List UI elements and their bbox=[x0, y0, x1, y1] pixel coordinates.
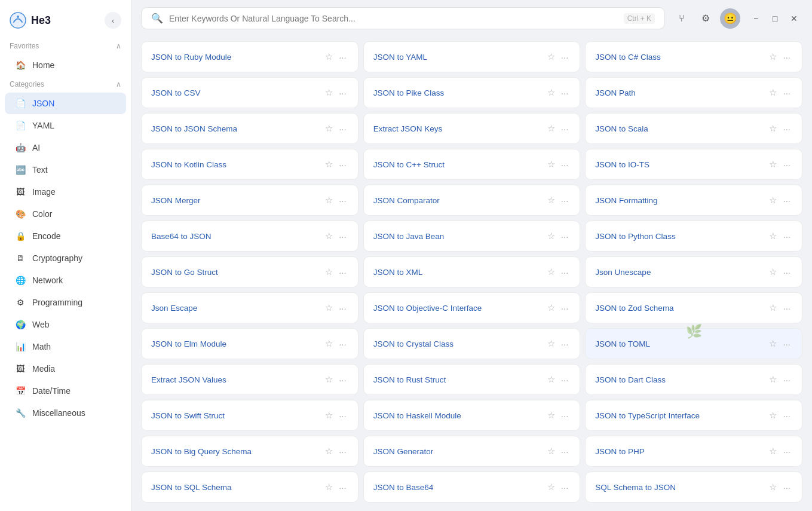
tool-card[interactable]: SQL Schema to JSON ☆ ··· bbox=[585, 472, 802, 503]
more-button[interactable]: ··· bbox=[781, 445, 792, 458]
star-button[interactable]: ☆ bbox=[546, 265, 557, 279]
star-button[interactable]: ☆ bbox=[546, 481, 557, 494]
close-button[interactable]: ✕ bbox=[786, 10, 802, 27]
more-button[interactable]: ··· bbox=[337, 194, 348, 207]
more-button[interactable]: ··· bbox=[559, 266, 571, 279]
star-button[interactable]: ☆ bbox=[767, 194, 779, 207]
tool-card[interactable]: Extract JSON Keys ☆ ··· bbox=[363, 113, 581, 144]
tool-card[interactable]: JSON to Kotlin Class ☆ ··· bbox=[141, 149, 358, 180]
tool-card[interactable]: JSON to Scala ☆ ··· bbox=[585, 113, 802, 144]
more-button[interactable]: ··· bbox=[337, 123, 348, 135]
search-input[interactable] bbox=[169, 14, 618, 23]
more-button[interactable]: ··· bbox=[781, 302, 792, 314]
sidebar-item-cryptography[interactable]: 🖥 Cryptography bbox=[5, 247, 126, 269]
favorites-chevron[interactable]: ∧ bbox=[116, 42, 121, 50]
star-button[interactable]: ☆ bbox=[323, 481, 335, 494]
more-button[interactable]: ··· bbox=[337, 230, 348, 243]
tool-card[interactable]: JSON to CSV ☆ ··· bbox=[141, 77, 358, 108]
star-button[interactable]: ☆ bbox=[767, 230, 779, 243]
tool-card[interactable]: JSON to Rust Struct ☆ ··· bbox=[363, 364, 581, 395]
tool-card[interactable]: JSON to Zod Schema ☆ ··· bbox=[585, 292, 802, 323]
more-button[interactable]: ··· bbox=[337, 266, 348, 279]
tool-card[interactable]: JSON to TOML ☆ ··· 🌿 bbox=[585, 328, 802, 359]
star-button[interactable]: ☆ bbox=[767, 265, 779, 279]
back-button[interactable]: ‹ bbox=[105, 12, 121, 29]
sidebar-item-media[interactable]: 🖼 Media bbox=[5, 358, 126, 380]
star-button[interactable]: ☆ bbox=[546, 409, 557, 422]
sidebar-item-color[interactable]: 🎨 Color bbox=[5, 203, 126, 225]
tool-card[interactable]: JSON to Swift Struct ☆ ··· bbox=[141, 400, 358, 431]
sidebar-item-yaml[interactable]: 📄 YAML bbox=[5, 115, 126, 136]
minimize-button[interactable]: − bbox=[747, 10, 764, 27]
star-button[interactable]: ☆ bbox=[323, 86, 335, 99]
tool-card[interactable]: JSON to YAML ☆ ··· bbox=[363, 41, 581, 72]
star-button[interactable]: ☆ bbox=[546, 122, 557, 135]
star-button[interactable]: ☆ bbox=[767, 445, 779, 458]
star-button[interactable]: ☆ bbox=[546, 86, 557, 99]
star-button[interactable]: ☆ bbox=[323, 445, 335, 458]
avatar[interactable]: 😐 bbox=[720, 8, 740, 29]
star-button[interactable]: ☆ bbox=[323, 337, 335, 350]
more-button[interactable]: ··· bbox=[559, 158, 571, 171]
star-button[interactable]: ☆ bbox=[767, 122, 779, 135]
star-button[interactable]: ☆ bbox=[546, 194, 557, 207]
tool-card[interactable]: JSON to JSON Schema ☆ ··· bbox=[141, 113, 358, 144]
more-button[interactable]: ··· bbox=[559, 87, 571, 99]
star-button[interactable]: ☆ bbox=[767, 86, 779, 99]
more-button[interactable]: ··· bbox=[559, 338, 571, 350]
star-button[interactable]: ☆ bbox=[767, 409, 779, 422]
star-button[interactable]: ☆ bbox=[546, 301, 557, 314]
more-button[interactable]: ··· bbox=[559, 194, 571, 207]
star-button[interactable]: ☆ bbox=[323, 230, 335, 243]
tool-card[interactable]: JSON Merger ☆ ··· bbox=[141, 185, 358, 216]
sidebar-item-home[interactable]: 🏠 Home bbox=[5, 54, 126, 76]
star-button[interactable]: ☆ bbox=[767, 481, 779, 494]
more-button[interactable]: ··· bbox=[781, 266, 792, 279]
sidebar-item-image[interactable]: 🖼 Image bbox=[5, 181, 126, 203]
more-button[interactable]: ··· bbox=[781, 374, 792, 386]
settings-button[interactable]: ⚙ bbox=[696, 9, 715, 28]
tool-card[interactable]: JSON to Objective-C Interface ☆ ··· bbox=[363, 292, 581, 323]
star-button[interactable]: ☆ bbox=[767, 158, 779, 171]
star-button[interactable]: ☆ bbox=[546, 337, 557, 350]
star-button[interactable]: ☆ bbox=[767, 337, 779, 350]
more-button[interactable]: ··· bbox=[559, 302, 571, 314]
more-button[interactable]: ··· bbox=[781, 51, 792, 63]
more-button[interactable]: ··· bbox=[337, 51, 348, 63]
more-button[interactable]: ··· bbox=[559, 123, 571, 135]
more-button[interactable]: ··· bbox=[337, 302, 348, 314]
star-button[interactable]: ☆ bbox=[546, 230, 557, 243]
tool-card[interactable]: Json Unescape ☆ ··· bbox=[585, 256, 802, 287]
sidebar-item-encode[interactable]: 🔒 Encode bbox=[5, 225, 126, 247]
star-button[interactable]: ☆ bbox=[323, 158, 335, 171]
tool-card[interactable]: JSON to XML ☆ ··· bbox=[363, 256, 581, 287]
tool-card[interactable]: JSON to Python Class ☆ ··· bbox=[585, 221, 802, 252]
tool-card[interactable]: JSON Comparator ☆ ··· bbox=[363, 185, 581, 216]
tool-card[interactable]: JSON to Elm Module ☆ ··· bbox=[141, 328, 358, 359]
tool-card[interactable]: Json Escape ☆ ··· bbox=[141, 292, 358, 323]
tool-card[interactable]: JSON to Ruby Module ☆ ··· bbox=[141, 41, 358, 72]
sidebar-item-network[interactable]: 🌐 Network bbox=[5, 270, 126, 291]
tool-card[interactable]: JSON to SQL Schema ☆ ··· bbox=[141, 472, 358, 503]
star-button[interactable]: ☆ bbox=[323, 301, 335, 314]
star-button[interactable]: ☆ bbox=[546, 158, 557, 171]
more-button[interactable]: ··· bbox=[781, 409, 792, 422]
more-button[interactable]: ··· bbox=[559, 230, 571, 243]
more-button[interactable]: ··· bbox=[781, 230, 792, 243]
tool-card[interactable]: JSON to Base64 ☆ ··· bbox=[363, 472, 581, 503]
tool-card[interactable]: JSON to Big Query Schema ☆ ··· bbox=[141, 436, 358, 467]
more-button[interactable]: ··· bbox=[337, 374, 348, 386]
more-button[interactable]: ··· bbox=[337, 158, 348, 171]
star-button[interactable]: ☆ bbox=[767, 373, 779, 386]
tool-card[interactable]: JSON to Crystal Class ☆ ··· bbox=[363, 328, 581, 359]
categories-chevron[interactable]: ∧ bbox=[116, 80, 121, 88]
sidebar-item-json[interactable]: 📄 JSON bbox=[5, 93, 126, 114]
tool-card[interactable]: JSON to C++ Struct ☆ ··· bbox=[363, 149, 581, 180]
sidebar-item-ai[interactable]: 🤖 AI bbox=[5, 137, 126, 158]
maximize-button[interactable]: □ bbox=[767, 10, 783, 27]
more-button[interactable]: ··· bbox=[559, 409, 571, 422]
more-button[interactable]: ··· bbox=[781, 158, 792, 171]
more-button[interactable]: ··· bbox=[559, 445, 571, 458]
sidebar-item-datetime[interactable]: 📅 Date/Time bbox=[5, 380, 126, 402]
tool-card[interactable]: JSON to Java Bean ☆ ··· bbox=[363, 221, 581, 252]
